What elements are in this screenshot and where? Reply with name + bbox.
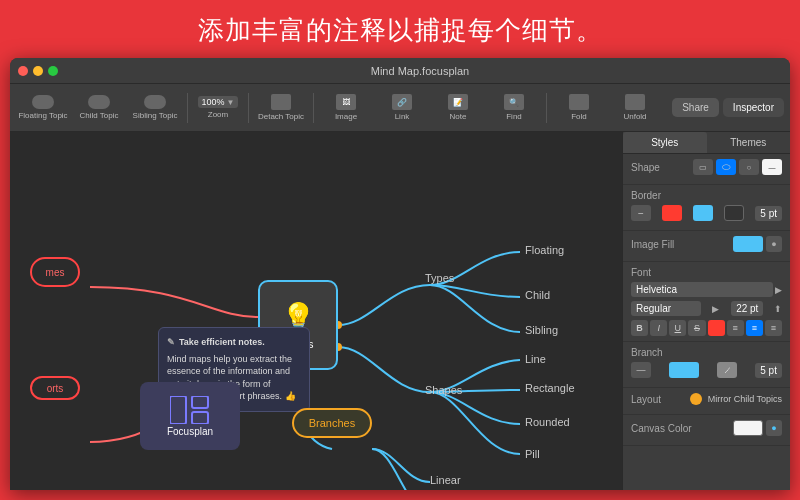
ports-label: orts bbox=[47, 383, 64, 394]
unfold-label: Unfold bbox=[623, 112, 646, 121]
layout-option: Mirror Child Topics bbox=[708, 394, 782, 404]
focusplan-node[interactable]: Focusplan bbox=[140, 382, 240, 450]
share-button[interactable]: Share bbox=[672, 98, 719, 117]
close-button[interactable] bbox=[18, 66, 28, 76]
fold-icon bbox=[569, 94, 589, 110]
shape-rounded-btn[interactable]: ⬭ bbox=[716, 159, 736, 175]
branch-section: Branch — ⟋ 5 pt bbox=[623, 342, 790, 388]
fold-button[interactable]: Fold bbox=[552, 88, 606, 128]
font-color-swatch[interactable] bbox=[708, 320, 725, 336]
font-family-select[interactable]: Helvetica bbox=[631, 282, 773, 297]
font-family-row: Helvetica ▶ bbox=[631, 282, 782, 297]
branch-style-btn1[interactable]: — bbox=[631, 362, 651, 378]
font-style-select[interactable]: Regular bbox=[631, 301, 701, 316]
layout-label: Layout bbox=[631, 394, 676, 405]
layout-controls: Mirror Child Topics bbox=[690, 393, 782, 405]
align-center-button[interactable]: ≡ bbox=[746, 320, 763, 336]
shape-none-btn[interactable]: — bbox=[762, 159, 782, 175]
inspector-panel: Styles Themes Shape ▭ ⬭ ○ — bbox=[622, 132, 790, 490]
banner-title: 添加丰富的注释以捕捉每个细节。 bbox=[198, 13, 603, 48]
child-label: Child bbox=[525, 289, 550, 301]
maximize-button[interactable] bbox=[48, 66, 58, 76]
image-icon: 🖼 bbox=[336, 94, 356, 110]
bold-button[interactable]: B bbox=[631, 320, 648, 336]
shape-section: Shape ▭ ⬭ ○ — bbox=[623, 154, 790, 185]
themes-node: mes bbox=[30, 257, 80, 287]
border-color-swatch3[interactable] bbox=[724, 205, 744, 221]
shape-circle-btn[interactable]: ○ bbox=[739, 159, 759, 175]
underline-button[interactable]: U bbox=[669, 320, 686, 336]
toolbar: Floating Topic Child Topic Sibling Topic… bbox=[10, 84, 790, 132]
image-fill-label: Image Fill bbox=[631, 239, 676, 250]
mindmap-canvas[interactable]: mes 💡 Topics Types Floating Child Siblin… bbox=[10, 132, 622, 490]
font-style-row: Regular ▶ 22 pt ⬆ bbox=[631, 301, 782, 316]
canvas-color-row: Canvas Color ● bbox=[631, 420, 782, 436]
font-size-value: 22 pt bbox=[731, 301, 763, 316]
find-label: Find bbox=[506, 112, 522, 121]
border-color-swatch2[interactable] bbox=[693, 205, 713, 221]
focusplan-icon bbox=[170, 396, 210, 424]
canvas-color-swatch[interactable] bbox=[733, 420, 763, 436]
link-button[interactable]: 🔗 Link bbox=[375, 88, 429, 128]
svg-rect-2 bbox=[170, 396, 186, 424]
content-area: mes 💡 Topics Types Floating Child Siblin… bbox=[10, 132, 790, 490]
border-size-value: 5 pt bbox=[755, 206, 782, 221]
floating-topic-button[interactable]: Floating Topic bbox=[16, 88, 70, 128]
image-fill-swatch[interactable] bbox=[733, 236, 763, 252]
unfold-button[interactable]: Unfold bbox=[608, 88, 662, 128]
zoom-control[interactable]: 100% ▼ Zoom bbox=[193, 88, 243, 128]
detach-topic-icon bbox=[271, 94, 291, 110]
detach-topic-button[interactable]: Detach Topic bbox=[254, 88, 308, 128]
border-color-swatch[interactable] bbox=[662, 205, 682, 221]
branch-label: Branch bbox=[631, 347, 676, 358]
align-left-button[interactable]: ≡ bbox=[727, 320, 744, 336]
sibling-topic-icon bbox=[144, 95, 166, 109]
canvas-color-controls: ● bbox=[733, 420, 782, 436]
child-topic-button[interactable]: Child Topic bbox=[72, 88, 126, 128]
note-icon: 📝 bbox=[448, 94, 468, 110]
title-bar: Mind Map.focusplan bbox=[10, 58, 790, 84]
child-topic-label: Child Topic bbox=[80, 111, 119, 120]
canvas-color-label: Canvas Color bbox=[631, 423, 692, 434]
link-icon: 🔗 bbox=[392, 94, 412, 110]
font-chevron-icon: ⬆ bbox=[774, 304, 782, 314]
zoom-value-display: 100% ▼ bbox=[198, 96, 239, 108]
sibling-topic-button[interactable]: Sibling Topic bbox=[128, 88, 182, 128]
toolbar-right: Share Inspector bbox=[672, 98, 784, 117]
separator-4 bbox=[546, 93, 547, 123]
inspector-button[interactable]: Inspector bbox=[723, 98, 784, 117]
canvas-color-toggle[interactable]: ● bbox=[766, 420, 782, 436]
image-fill-toggle[interactable]: ● bbox=[766, 236, 782, 252]
find-icon: 🔍 bbox=[504, 94, 524, 110]
image-label: Image bbox=[335, 112, 357, 121]
line-label: Line bbox=[525, 353, 546, 365]
italic-button[interactable]: I bbox=[650, 320, 667, 336]
tab-styles[interactable]: Styles bbox=[623, 132, 707, 153]
floating-label: Floating bbox=[525, 244, 564, 256]
pill-label: Pill bbox=[525, 448, 540, 460]
window-title: Mind Map.focusplan bbox=[58, 65, 782, 77]
ports-node: orts bbox=[30, 376, 80, 400]
image-button[interactable]: 🖼 Image bbox=[319, 88, 373, 128]
shapes-label: Shapes bbox=[425, 384, 462, 396]
align-right-button[interactable]: ≡ bbox=[765, 320, 782, 336]
detach-label: Detach Topic bbox=[258, 112, 304, 121]
floating-topic-icon bbox=[32, 95, 54, 109]
branch-style-line[interactable]: ⟋ bbox=[717, 362, 737, 378]
traffic-lights bbox=[18, 66, 58, 76]
branches-node[interactable]: Branches bbox=[292, 408, 372, 438]
shape-row: Shape ▭ ⬭ ○ — bbox=[631, 159, 782, 175]
border-controls: − 5 pt bbox=[631, 205, 782, 221]
inspector-tabs: Styles Themes bbox=[623, 132, 790, 154]
themes-label: mes bbox=[46, 267, 65, 278]
border-minus-btn[interactable]: − bbox=[631, 205, 651, 221]
branch-color-swatch[interactable] bbox=[669, 362, 699, 378]
svg-rect-4 bbox=[192, 412, 208, 424]
find-button[interactable]: 🔍 Find bbox=[487, 88, 541, 128]
shape-rect-btn[interactable]: ▭ bbox=[693, 159, 713, 175]
minimize-button[interactable] bbox=[33, 66, 43, 76]
strike-button[interactable]: S bbox=[688, 320, 705, 336]
tab-themes[interactable]: Themes bbox=[707, 132, 791, 153]
layout-icon bbox=[690, 393, 702, 405]
note-button[interactable]: 📝 Note bbox=[431, 88, 485, 128]
